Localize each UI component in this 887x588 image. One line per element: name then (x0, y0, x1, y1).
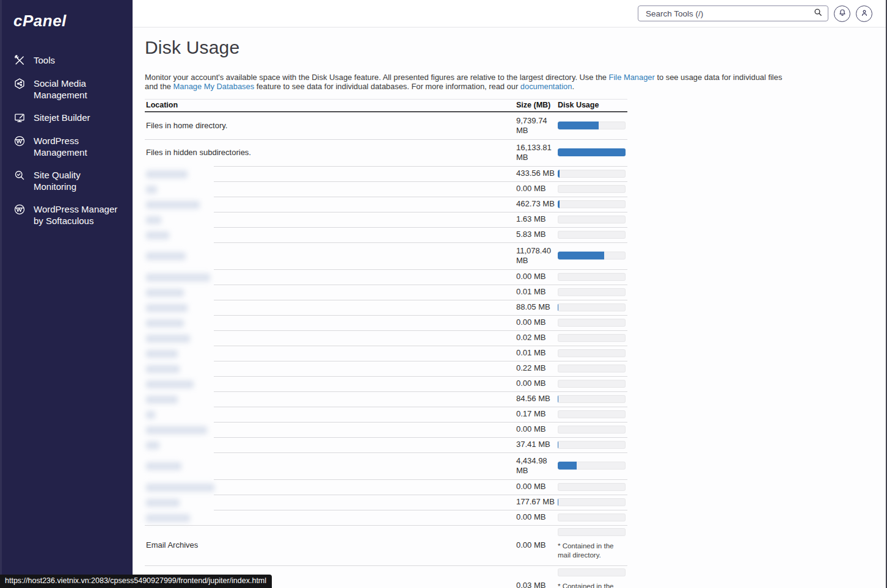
location-cell (145, 440, 516, 449)
tools-icon (13, 54, 26, 67)
disk-usage-cell (558, 483, 627, 491)
redacted-location-link[interactable] (146, 441, 159, 449)
redacted-location-link[interactable] (146, 365, 180, 373)
redacted-location-link[interactable] (146, 380, 194, 388)
redacted-location-link[interactable] (146, 231, 169, 239)
search-icon[interactable] (813, 7, 823, 20)
redacted-location-link[interactable] (146, 426, 207, 434)
sidebar-item-social-media-management[interactable]: Social Media Management (0, 72, 133, 106)
disk-usage-cell (558, 395, 627, 403)
redacted-location-link[interactable] (146, 499, 180, 507)
file-manager-link[interactable]: File Manager (609, 73, 655, 82)
usage-bar-track (558, 462, 626, 470)
disk-usage-cell (558, 252, 627, 260)
table-row: 0.00 MB (145, 269, 627, 285)
notifications-button[interactable] (834, 5, 850, 22)
size-value: 0.00 MB (516, 184, 558, 194)
disk-usage-cell: * Contained in the mail directory. (558, 565, 627, 588)
usage-bar-track (558, 273, 626, 281)
redacted-location-link[interactable] (146, 350, 178, 358)
size-value: 0.03 MB (516, 581, 558, 588)
location-cell (145, 215, 516, 224)
size-value: 0.00 MB (516, 318, 558, 327)
table-row: 11,078.40 MB (145, 242, 627, 269)
location-cell (145, 461, 516, 470)
table-row: 0.00 MB (145, 422, 627, 437)
wordpress-icon (13, 135, 26, 147)
location-cell (145, 272, 516, 281)
sidebar-item-site-quality-monitoring[interactable]: Site Quality Monitoring (0, 164, 133, 198)
sidebar-item-wordpress-manager-softaculous[interactable]: WordPress Manager by Softaculous (0, 198, 133, 232)
usage-bar-track (558, 216, 626, 223)
sitejet-builder-icon (13, 112, 26, 124)
redacted-location-link[interactable] (146, 319, 184, 327)
redacted-location-link[interactable] (146, 514, 190, 522)
redacted-location-link[interactable] (146, 289, 184, 297)
table-row: 4,434.98 MB (145, 452, 627, 479)
sidebar-nav: Tools Social Media Management Siteje (0, 49, 133, 232)
redacted-location-link[interactable] (146, 170, 188, 178)
column-header-size: Size (MB) (516, 100, 558, 110)
location-cell: Files in hidden subdirectories. (145, 148, 516, 157)
redacted-location-link[interactable] (146, 201, 200, 209)
location-cell (145, 230, 516, 239)
cpanel-logo[interactable]: cPanel (13, 12, 133, 31)
location-cell (145, 394, 516, 404)
site-quality-icon (13, 169, 26, 181)
redacted-location-link[interactable] (146, 186, 157, 194)
table-row: 0.00 MB (145, 479, 627, 495)
usage-bar-track (558, 441, 626, 449)
size-value: 5.83 MB (516, 230, 558, 239)
redacted-location-link[interactable] (146, 274, 210, 281)
sidebar-item-sitejet-builder[interactable]: Sitejet Builder (0, 106, 133, 129)
redacted-location-link[interactable] (146, 396, 178, 404)
sidebar-item-label: Social Media Management (34, 78, 125, 101)
disk-usage-cell (558, 319, 627, 327)
redacted-location-link[interactable] (146, 335, 190, 343)
disk-usage-cell (558, 349, 627, 357)
disk-usage-cell (558, 462, 627, 470)
redacted-location-link[interactable] (146, 484, 214, 492)
table-header-row: Location Size (MB) Disk Usage (145, 99, 627, 112)
manage-my-databases-link[interactable]: Manage My Databases (173, 82, 255, 91)
page-title: Disk Usage (145, 36, 887, 59)
intro-text: Monitor your account's available space w… (145, 73, 791, 91)
table-row: 0.02 MB (145, 330, 627, 346)
usage-bar-fill (558, 303, 558, 311)
usage-bar-track (558, 498, 626, 506)
location-cell (145, 184, 516, 194)
redacted-location-link[interactable] (146, 462, 181, 470)
sidebar-item-tools[interactable]: Tools (0, 49, 133, 72)
user-icon (860, 8, 869, 20)
disk-usage-cell (558, 148, 627, 156)
disk-usage-cell (558, 426, 627, 434)
size-value: 0.02 MB (516, 333, 558, 343)
size-value: 37.41 MB (516, 440, 558, 449)
disk-usage-cell (558, 273, 627, 281)
redacted-location-link[interactable] (146, 411, 155, 419)
search-box[interactable] (638, 5, 828, 21)
user-button[interactable] (856, 5, 872, 22)
usage-bar-fill (558, 498, 558, 506)
search-input[interactable] (644, 9, 813, 19)
usage-note: * Contained in the mail directory. (558, 582, 620, 588)
table-row: 0.22 MB (145, 361, 627, 376)
size-value: 0.00 MB (516, 379, 558, 388)
size-value: 433.56 MB (516, 169, 558, 178)
usage-bar-track (558, 319, 626, 327)
size-value: 0.00 MB (516, 540, 558, 550)
disk-usage-cell (558, 200, 627, 208)
table-row: 84.56 MB (145, 391, 627, 407)
size-value: 0.00 MB (516, 272, 558, 281)
size-value: 0.17 MB (516, 409, 558, 419)
sidebar-item-label: WordPress Management (34, 135, 125, 158)
redacted-location-link[interactable] (146, 252, 186, 260)
sidebar-item-wordpress-management[interactable]: WordPress Management (0, 129, 133, 164)
usage-bar-track (558, 303, 626, 311)
redacted-location-link[interactable] (146, 216, 161, 224)
redacted-location-link[interactable] (146, 304, 188, 312)
table-row: 0.01 MB (145, 285, 627, 300)
disk-usage-cell (558, 170, 627, 178)
documentation-link[interactable]: documentation (520, 82, 572, 91)
location-cell (145, 318, 516, 327)
